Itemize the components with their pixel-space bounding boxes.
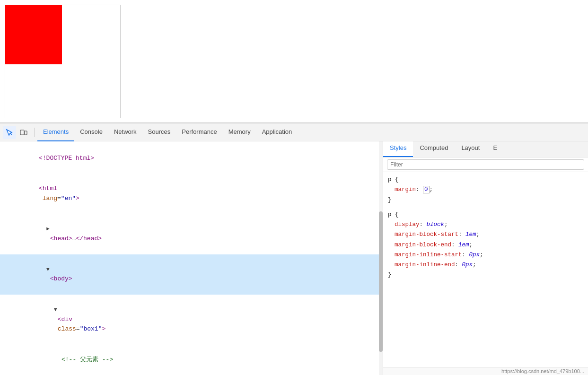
devtools-main: <!DOCTYPE html> <html lang="en"> ► <head… bbox=[0, 141, 588, 375]
styles-panel: Styles Computed Layout E p { margin: 0; bbox=[383, 141, 588, 375]
css-selector-2: p { bbox=[388, 210, 583, 220]
body-line[interactable]: ▼ <body> bbox=[0, 254, 383, 295]
toolbar-divider bbox=[34, 128, 35, 137]
device-icon[interactable] bbox=[17, 126, 30, 139]
dom-tree[interactable]: <!DOCTYPE html> <html lang="en"> ► <head… bbox=[0, 141, 383, 375]
css-brace-close-1: } bbox=[388, 195, 583, 205]
dom-panel: <!DOCTYPE html> <html lang="en"> ► <head… bbox=[0, 141, 383, 375]
css-rule-1: p { margin: 0; } bbox=[388, 175, 583, 205]
styles-content: p { margin: 0; } p { display: block; bbox=[383, 172, 588, 367]
html-open-line[interactable]: <html lang="en"> bbox=[0, 174, 383, 214]
tab-application[interactable]: Application bbox=[256, 123, 298, 141]
css-selector-1: p { bbox=[388, 175, 583, 185]
tab-elements[interactable]: Elements bbox=[37, 123, 74, 141]
tab-console[interactable]: Console bbox=[74, 123, 108, 141]
devtools-tabs: Elements Console Network Sources Perform… bbox=[37, 123, 585, 141]
comment-parent-line[interactable]: <!-- 父元素 --> bbox=[0, 345, 383, 375]
css-brace-close-2: } bbox=[388, 270, 583, 280]
preview-area bbox=[0, 0, 588, 123]
cursor-icon[interactable] bbox=[3, 126, 16, 139]
css-prop-margin-inline-end: margin-inline-end: 0px; bbox=[388, 260, 583, 270]
tab-network[interactable]: Network bbox=[108, 123, 142, 141]
status-url: https://blog.csdn.net/md_479b100... bbox=[501, 368, 584, 374]
devtools-toolbar: Elements Console Network Sources Perform… bbox=[0, 123, 588, 141]
dom-scrollbar-thumb[interactable] bbox=[379, 211, 383, 351]
css-prop-display: display: block; bbox=[388, 220, 583, 230]
styles-filter-input[interactable] bbox=[387, 159, 584, 170]
svg-rect-1 bbox=[25, 131, 27, 135]
css-prop-margin: margin: 0; bbox=[388, 185, 583, 195]
css-prop-margin-block-start: margin-block-start: 1em; bbox=[388, 230, 583, 240]
styles-filter-bar bbox=[383, 157, 588, 172]
devtools-panel: Elements Console Network Sources Perform… bbox=[0, 123, 588, 375]
styles-subtabs: Styles Computed Layout E bbox=[383, 141, 588, 157]
head-line[interactable]: ► <head>…</head> bbox=[0, 214, 383, 254]
css-prop-margin-block-end: margin-block-end: 1em; bbox=[388, 240, 583, 250]
status-bar: https://blog.csdn.net/md_479b100... bbox=[383, 367, 588, 375]
tab-sources[interactable]: Sources bbox=[142, 123, 176, 141]
dom-scrollbar[interactable] bbox=[379, 141, 383, 375]
tab-computed[interactable]: Computed bbox=[413, 141, 455, 157]
css-rule-2: p { display: block; margin-block-start: … bbox=[388, 210, 583, 280]
tab-memory[interactable]: Memory bbox=[223, 123, 256, 141]
css-prop-margin-inline-start: margin-inline-start: 0px; bbox=[388, 250, 583, 260]
tab-styles[interactable]: Styles bbox=[383, 141, 413, 157]
red-square bbox=[5, 5, 62, 64]
preview-box bbox=[5, 5, 121, 118]
tab-event-listeners[interactable]: E bbox=[486, 141, 504, 157]
div-box1-line[interactable]: ▼ <div class="box1"> bbox=[0, 295, 383, 345]
tab-layout[interactable]: Layout bbox=[455, 141, 486, 157]
doctype-line[interactable]: <!DOCTYPE html> bbox=[0, 143, 383, 174]
tab-performance[interactable]: Performance bbox=[176, 123, 222, 141]
svg-rect-0 bbox=[20, 130, 24, 135]
